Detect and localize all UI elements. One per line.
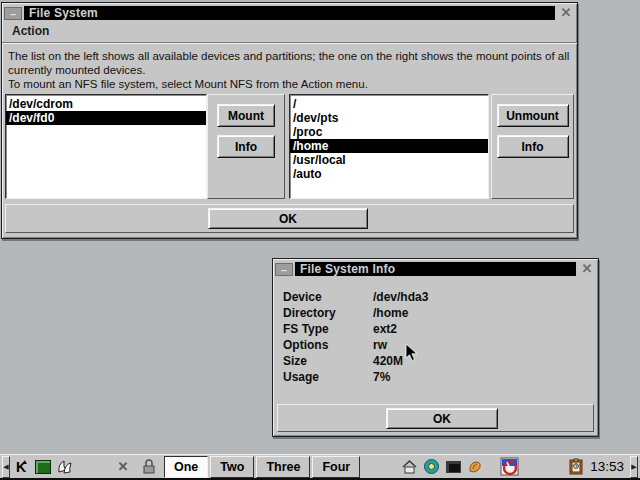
field-label: Usage — [283, 370, 373, 386]
field-label: Directory — [283, 306, 373, 322]
description-line-1: The list on the left shows all available… — [8, 49, 571, 63]
info-fields: Device/dev/hda3Directory/homeFS Typeext2… — [283, 290, 598, 386]
info-field-row: Directory/home — [283, 306, 598, 322]
info-field-row: Size420M — [283, 354, 598, 370]
info-field-row: Optionsrw — [283, 338, 598, 354]
field-value: /home — [373, 306, 598, 322]
device-info-button[interactable]: Info — [217, 135, 275, 158]
desktop: – File System ✕ Action The list on the l… — [0, 0, 640, 480]
window-title: File System — [24, 6, 555, 20]
app-icon-colorful[interactable] — [499, 457, 519, 477]
k-menu-icon[interactable]: K▲ — [11, 457, 31, 477]
minimize-icon[interactable]: – — [4, 7, 22, 20]
clock: 13:53 — [590, 459, 624, 474]
list-item[interactable]: /dev/fd0 — [6, 111, 206, 125]
list-item[interactable]: /usr/local — [290, 153, 488, 167]
panel-hide-right-button[interactable]: ▶ — [630, 456, 638, 478]
description-line-3: To mount an NFS file system, select Moun… — [8, 77, 571, 91]
minimize-icon[interactable]: – — [275, 263, 293, 276]
field-value: 7% — [373, 370, 598, 386]
list-item[interactable]: / — [290, 97, 488, 111]
workspace-button-four[interactable]: Four — [312, 456, 360, 478]
workspace-pager: OneTwoThreeFour — [164, 456, 362, 478]
menu-item-action[interactable]: Action — [10, 24, 51, 38]
close-icon[interactable]: ✕ — [557, 7, 575, 20]
close-icon[interactable]: ✕ — [578, 263, 596, 276]
terminal-icon[interactable] — [33, 457, 53, 477]
field-value: /dev/hda3 — [373, 290, 598, 306]
file-system-info-window: – File System Info ✕ Device/dev/hda3Dire… — [272, 258, 599, 437]
workspace-button-three[interactable]: Three — [256, 456, 310, 478]
description-line-2: currently mounted devices. — [8, 63, 571, 77]
field-label: Size — [283, 354, 373, 370]
info-field-row: Usage7% — [283, 370, 598, 386]
device-list[interactable]: /dev/cdrom/dev/fd0 — [5, 94, 207, 199]
ok-strip: OK — [5, 204, 574, 233]
date-clock-icon[interactable] — [566, 457, 586, 477]
file-system-window: – File System ✕ Action The list on the l… — [1, 2, 578, 239]
mount-buttons-panel: UnmountInfo — [491, 94, 574, 199]
field-label: Device — [283, 290, 373, 306]
info-field-row: FS Typeext2 — [283, 322, 598, 338]
device-buttons-panel: MountInfo — [207, 94, 285, 199]
console-icon[interactable] — [443, 457, 463, 477]
field-label: FS Type — [283, 322, 373, 338]
help-icon[interactable] — [421, 457, 441, 477]
list-item[interactable]: /home — [290, 139, 488, 153]
mount-list[interactable]: //dev/pts/proc/home/usr/local/auto — [289, 94, 489, 199]
field-value: rw — [373, 338, 598, 354]
field-value: ext2 — [373, 322, 598, 338]
description-text: The list on the left shows all available… — [8, 49, 571, 91]
dove-icon[interactable] — [55, 457, 75, 477]
lists-row: /dev/cdrom/dev/fd0 MountInfo //dev/pts/p… — [5, 94, 574, 199]
titlebar[interactable]: – File System ✕ — [4, 5, 575, 21]
ok-strip: OK — [277, 404, 594, 432]
titlebar[interactable]: – File System Info ✕ — [275, 261, 596, 277]
taskbar: ◀ K▲ ✕ OneTwoThreeFour — [0, 454, 640, 480]
device-mount-button[interactable]: Mount — [217, 104, 275, 127]
mount-unmount-button[interactable]: Unmount — [497, 104, 569, 127]
panel-hide-left-button[interactable]: ◀ — [2, 456, 10, 478]
menu-bar: Action — [2, 22, 577, 43]
list-item[interactable]: /proc — [290, 125, 488, 139]
field-value: 420M — [373, 354, 598, 370]
info-field-row: Device/dev/hda3 — [283, 290, 598, 306]
list-item[interactable]: /auto — [290, 167, 488, 181]
window-title: File System Info — [295, 262, 576, 276]
list-item[interactable]: /dev/pts — [290, 111, 488, 125]
mount-info-button[interactable]: Info — [497, 135, 569, 158]
workspace-button-two[interactable]: Two — [210, 456, 254, 478]
field-label: Options — [283, 338, 373, 354]
home-icon[interactable] — [399, 457, 419, 477]
list-item[interactable]: /dev/cdrom — [6, 97, 206, 111]
shell-icon[interactable] — [465, 457, 485, 477]
logout-icon[interactable]: ✕ — [113, 457, 133, 477]
ok-button[interactable]: OK — [386, 408, 498, 429]
ok-button[interactable]: OK — [208, 208, 368, 229]
lock-icon[interactable] — [139, 457, 159, 477]
workspace-button-one[interactable]: One — [164, 456, 208, 478]
